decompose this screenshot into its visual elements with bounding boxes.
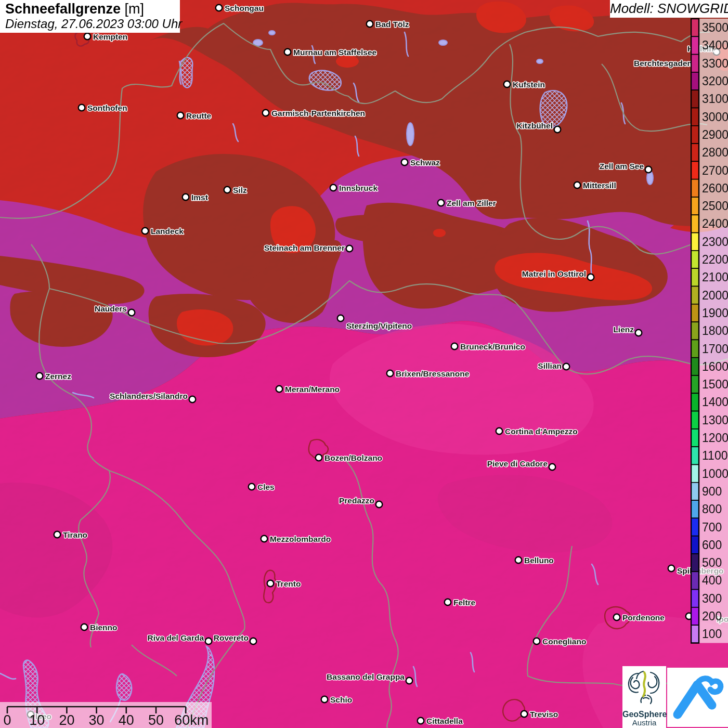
city-dot <box>249 484 255 490</box>
city-label: Conegliano <box>542 637 586 646</box>
city-label: Garmisch-Partenkirchen <box>271 109 365 118</box>
legend-color-segment <box>691 554 699 571</box>
geosphere-logo-icon <box>622 666 666 707</box>
legend-color-segment <box>691 465 699 483</box>
city-dot <box>451 343 458 350</box>
city-label: Zell am Ziller <box>447 199 496 207</box>
city-label: Bruneck/Brunico <box>460 342 525 351</box>
city-dot <box>574 182 581 189</box>
legend-color-segment <box>691 518 699 536</box>
page-title: Schneefallgrenze [m] <box>5 2 180 17</box>
city-label: Landeck <box>151 227 184 236</box>
city-dot <box>36 373 43 380</box>
city-label: Cittadella <box>426 717 463 725</box>
city-dot <box>445 599 451 606</box>
city-dot <box>554 126 561 133</box>
geosphere-logo-text: GeoSphere <box>622 710 666 719</box>
city-label: Schlanders/Silandro <box>110 392 188 400</box>
city-label: Imst <box>191 193 208 202</box>
city-dot <box>177 112 184 119</box>
legend-tick-label: 2100 <box>702 270 728 284</box>
city-label: Meran/Merano <box>285 385 340 394</box>
city-dot <box>401 159 408 166</box>
city-label: Bienno <box>90 623 118 632</box>
scalebar-label: 10 <box>29 712 45 728</box>
legend-tick-label: 2600 <box>702 181 728 195</box>
legend-color-segment <box>691 429 699 447</box>
legend-color-segment <box>691 536 699 554</box>
city-label: Sterzing/Vipiteno <box>346 321 412 330</box>
scalebar-label: 0 <box>3 712 11 728</box>
city-label: Murnau am Staffelsee <box>293 48 377 57</box>
snowgrid-map-page: SchongauKemptenBad TölzMurnau am Staffel… <box>0 0 728 728</box>
city-dot <box>321 696 328 703</box>
city-dot <box>142 228 149 235</box>
scalebar-label: 60km <box>174 712 209 728</box>
unit-label: [m] <box>125 1 145 17</box>
legend-color-segment <box>691 571 699 589</box>
city-label: Riva del Garda <box>147 633 204 642</box>
legend-tick-label: 200 <box>702 609 722 623</box>
legend-tick-label: 1500 <box>702 378 728 391</box>
geosphere-logo-country: Austria <box>622 719 666 727</box>
legend-tick-label: 400 <box>702 574 722 587</box>
city-label: Treviso <box>530 710 558 719</box>
city-label: Matrei in Osttirol <box>522 269 586 278</box>
legend-tick-label: 1300 <box>702 413 728 427</box>
legend-color-segment <box>691 72 699 90</box>
city-label: Kempten <box>93 32 127 41</box>
city-label: Feltre <box>453 598 476 607</box>
legend-tick-label: 2300 <box>702 235 728 249</box>
city-label: Bad Tölz <box>375 20 409 29</box>
mountain-logo-icon <box>667 668 728 727</box>
city-dot <box>563 363 570 370</box>
city-label: Reutte <box>186 111 212 120</box>
city-dot <box>367 21 373 28</box>
city-dot <box>284 49 291 56</box>
city-dot <box>549 464 556 471</box>
legend-color-segment <box>691 358 699 375</box>
legend-tick-label: 2700 <box>702 164 728 177</box>
legend-color-segment <box>691 625 699 643</box>
legend-tick-label: 2200 <box>702 253 728 266</box>
city-label: Pieve di Cadore <box>487 459 548 468</box>
city-label: Tirano <box>63 530 87 539</box>
elevation-legend: 3500340033003200310030002900280027002600… <box>691 18 728 646</box>
city-dot <box>521 711 528 718</box>
city-label: Cortina d'Ampezzo <box>505 427 578 436</box>
city-dot <box>635 330 642 336</box>
legend-tick-label: 1700 <box>702 342 728 356</box>
legend-color-segment <box>691 144 699 161</box>
legend-tick-label: 1900 <box>702 306 728 320</box>
city-label: Mittersill <box>583 181 616 190</box>
city-dot <box>438 200 445 206</box>
legend-tick-label: 3000 <box>702 110 728 124</box>
city-dot <box>330 185 337 191</box>
city-label: Schio <box>330 695 352 704</box>
legend-tick-label: 800 <box>702 502 722 516</box>
legend-tick-label: 900 <box>702 485 722 498</box>
city-label: Pordenone <box>622 613 665 622</box>
lake-small-1 <box>269 31 275 35</box>
legend-tick-label: 3400 <box>702 38 728 52</box>
legend-color-segment <box>691 375 699 393</box>
legend-color-segment <box>691 19 699 36</box>
legend-color-segment <box>691 161 699 179</box>
city-label: Lienz <box>613 325 634 334</box>
legend-tick-label: 3100 <box>702 92 728 106</box>
city-dot <box>515 557 522 564</box>
city-dot <box>346 245 353 252</box>
legend-color-segment <box>691 590 699 607</box>
city-dot <box>418 718 424 724</box>
city-label: Nauders <box>95 304 127 313</box>
legend-color-segment <box>691 251 699 268</box>
weather-map: SchongauKemptenBad TölzMurnau am Staffel… <box>0 0 728 728</box>
city-dot <box>81 624 88 631</box>
legend-color-segment <box>691 607 699 625</box>
scalebar-label: 30 <box>89 712 105 728</box>
map-title-box: Schneefallgrenze [m] Dienstag, 27.06.202… <box>0 0 180 33</box>
city-dot <box>376 501 383 508</box>
legend-color-segment <box>691 215 699 232</box>
city-label: Bassano del Grappa <box>327 672 405 681</box>
city-dot <box>534 638 540 645</box>
